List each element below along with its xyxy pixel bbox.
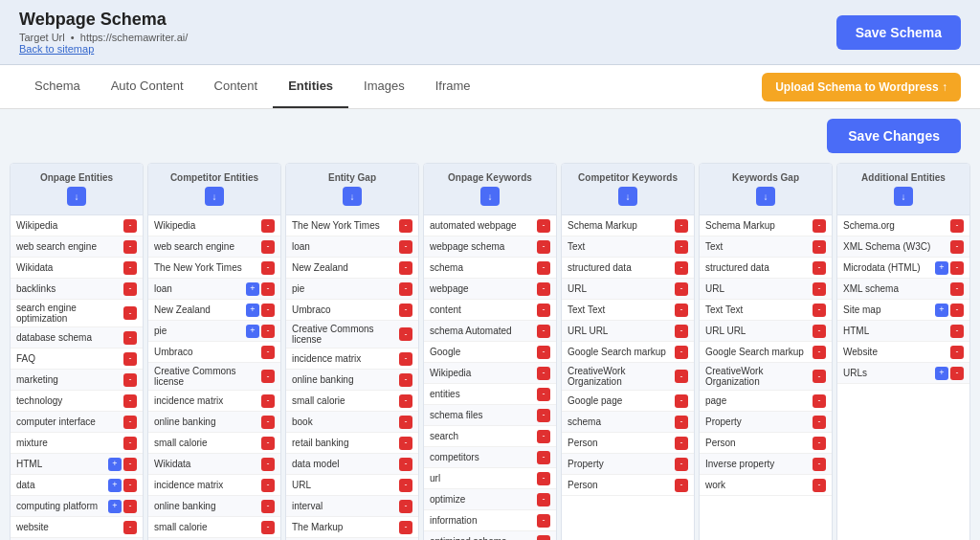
- remove-row-button[interactable]: -: [123, 394, 137, 408]
- remove-row-button[interactable]: -: [261, 458, 275, 471]
- remove-row-button[interactable]: -: [399, 327, 412, 341]
- remove-row-button[interactable]: -: [399, 219, 412, 233]
- remove-row-button[interactable]: -: [537, 304, 550, 317]
- remove-row-button[interactable]: -: [261, 282, 275, 296]
- add-row-button[interactable]: +: [108, 479, 122, 492]
- remove-row-button[interactable]: -: [813, 219, 826, 233]
- remove-row-button[interactable]: -: [675, 370, 688, 383]
- remove-row-button[interactable]: -: [123, 240, 137, 254]
- remove-row-button[interactable]: -: [123, 261, 137, 275]
- remove-row-button[interactable]: -: [399, 437, 412, 450]
- remove-row-button[interactable]: -: [813, 261, 826, 275]
- remove-row-button[interactable]: -: [399, 352, 412, 366]
- remove-row-button[interactable]: -: [261, 394, 275, 408]
- remove-row-button[interactable]: -: [399, 240, 412, 254]
- remove-row-button[interactable]: -: [813, 370, 826, 383]
- remove-row-button[interactable]: -: [950, 304, 964, 317]
- remove-row-button[interactable]: -: [537, 514, 550, 528]
- remove-row-button[interactable]: -: [537, 325, 550, 338]
- remove-row-button[interactable]: -: [813, 479, 826, 492]
- remove-row-button[interactable]: -: [813, 325, 826, 338]
- add-row-button[interactable]: +: [246, 325, 259, 338]
- download-btn-onpage-entities[interactable]: ↓: [67, 187, 86, 206]
- remove-row-button[interactable]: -: [950, 261, 964, 275]
- add-row-button[interactable]: +: [108, 458, 122, 471]
- remove-row-button[interactable]: -: [950, 367, 964, 380]
- remove-row-button[interactable]: -: [123, 458, 137, 471]
- remove-row-button[interactable]: -: [399, 304, 412, 317]
- remove-row-button[interactable]: -: [537, 472, 550, 485]
- remove-row-button[interactable]: -: [123, 479, 137, 492]
- remove-row-button[interactable]: -: [950, 325, 964, 338]
- remove-row-button[interactable]: -: [123, 306, 137, 320]
- tab-entities[interactable]: Entities: [273, 65, 348, 108]
- remove-row-button[interactable]: -: [399, 521, 412, 534]
- add-row-button[interactable]: +: [108, 500, 122, 513]
- remove-row-button[interactable]: -: [123, 416, 137, 429]
- remove-row-button[interactable]: -: [123, 352, 137, 366]
- remove-row-button[interactable]: -: [399, 458, 412, 471]
- remove-row-button[interactable]: -: [537, 409, 550, 422]
- remove-row-button[interactable]: -: [675, 479, 688, 492]
- download-btn-competitor-keywords[interactable]: ↓: [618, 187, 637, 206]
- remove-row-button[interactable]: -: [123, 282, 137, 296]
- save-changes-button[interactable]: Save Changes: [827, 119, 961, 153]
- remove-row-button[interactable]: -: [399, 479, 412, 492]
- remove-row-button[interactable]: -: [675, 282, 688, 296]
- remove-row-button[interactable]: -: [261, 346, 275, 359]
- remove-row-button[interactable]: -: [399, 394, 412, 408]
- remove-row-button[interactable]: -: [675, 437, 688, 450]
- remove-row-button[interactable]: -: [813, 346, 826, 359]
- remove-row-button[interactable]: -: [261, 521, 275, 534]
- remove-row-button[interactable]: -: [261, 219, 275, 233]
- remove-row-button[interactable]: -: [675, 416, 688, 429]
- remove-row-button[interactable]: -: [537, 451, 550, 464]
- remove-row-button[interactable]: -: [537, 388, 550, 401]
- remove-row-button[interactable]: -: [123, 500, 137, 513]
- remove-row-button[interactable]: -: [537, 367, 550, 380]
- remove-row-button[interactable]: -: [399, 500, 412, 513]
- upload-schema-button[interactable]: Upload Schema to Wordpress ↑: [762, 73, 961, 101]
- add-row-button[interactable]: +: [935, 367, 948, 380]
- remove-row-button[interactable]: -: [261, 370, 275, 383]
- remove-row-button[interactable]: -: [813, 282, 826, 296]
- remove-row-button[interactable]: -: [261, 479, 275, 492]
- back-to-sitemap-link[interactable]: Back to sitemap: [19, 43, 188, 55]
- remove-row-button[interactable]: -: [537, 240, 550, 254]
- remove-row-button[interactable]: -: [813, 437, 826, 450]
- remove-row-button[interactable]: -: [675, 346, 688, 359]
- tab-schema[interactable]: Schema: [19, 65, 96, 108]
- remove-row-button[interactable]: -: [813, 304, 826, 317]
- remove-row-button[interactable]: -: [537, 535, 550, 541]
- remove-row-button[interactable]: -: [675, 304, 688, 317]
- remove-row-button[interactable]: -: [813, 394, 826, 408]
- remove-row-button[interactable]: -: [399, 282, 412, 296]
- remove-row-button[interactable]: -: [261, 325, 275, 338]
- add-row-button[interactable]: +: [935, 304, 948, 317]
- remove-row-button[interactable]: -: [675, 219, 688, 233]
- tab-auto-content[interactable]: Auto Content: [96, 65, 199, 108]
- remove-row-button[interactable]: -: [123, 437, 137, 450]
- add-row-button[interactable]: +: [246, 282, 259, 296]
- remove-row-button[interactable]: -: [123, 219, 137, 233]
- remove-row-button[interactable]: -: [675, 261, 688, 275]
- remove-row-button[interactable]: -: [399, 416, 412, 429]
- download-btn-additional-entities[interactable]: ↓: [894, 187, 913, 206]
- remove-row-button[interactable]: -: [950, 240, 964, 254]
- remove-row-button[interactable]: -: [123, 521, 137, 534]
- tab-iframe[interactable]: Iframe: [420, 65, 486, 108]
- remove-row-button[interactable]: -: [950, 282, 964, 296]
- remove-row-button[interactable]: -: [813, 416, 826, 429]
- remove-row-button[interactable]: -: [261, 304, 275, 317]
- remove-row-button[interactable]: -: [950, 219, 964, 233]
- remove-row-button[interactable]: -: [537, 493, 550, 506]
- remove-row-button[interactable]: -: [261, 416, 275, 429]
- download-btn-entity-gap[interactable]: ↓: [343, 187, 362, 206]
- remove-row-button[interactable]: -: [123, 373, 137, 387]
- remove-row-button[interactable]: -: [537, 261, 550, 275]
- remove-row-button[interactable]: -: [261, 500, 275, 513]
- remove-row-button[interactable]: -: [675, 394, 688, 408]
- remove-row-button[interactable]: -: [813, 458, 826, 471]
- remove-row-button[interactable]: -: [123, 331, 137, 345]
- remove-row-button[interactable]: -: [675, 458, 688, 471]
